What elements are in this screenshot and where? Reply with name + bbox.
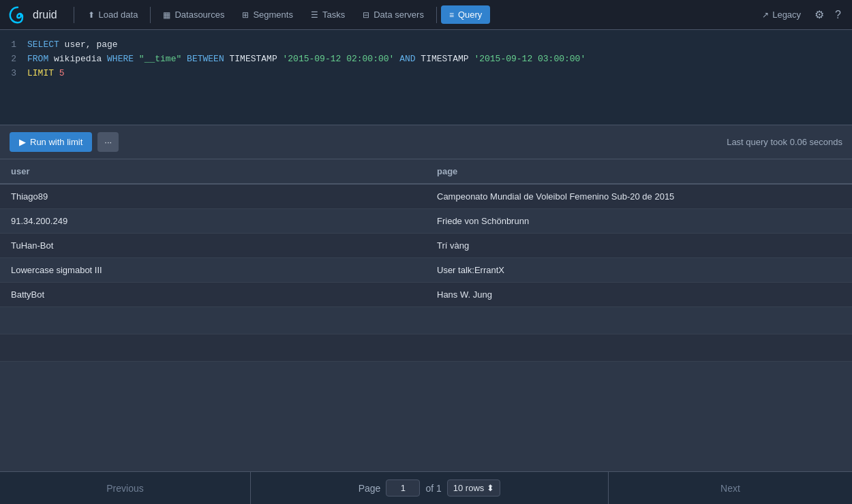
- chevron-down-icon: ⬍: [487, 483, 494, 493]
- rows-label: 10 rows: [453, 483, 485, 493]
- code-content: FROM wikipedia WHERE "__time" BETWEEN TI…: [27, 52, 585, 67]
- code-line: 1SELECT user, page: [0, 38, 852, 52]
- legacy-label: Legacy: [772, 10, 801, 20]
- code-token: 5: [54, 68, 65, 78]
- code-token: '2015-09-12 03:00:00': [474, 54, 585, 64]
- code-token: "__time": [134, 54, 187, 64]
- brand: druid: [8, 5, 57, 25]
- play-icon: ▶: [19, 137, 26, 147]
- run-with-limit-button[interactable]: ▶ Run with limit: [10, 132, 92, 152]
- segments-icon: ⊞: [242, 10, 249, 20]
- pagination: Previous Page of 1 10 rows ⬍ Next: [0, 471, 852, 504]
- upload-icon: ⬆: [88, 10, 95, 20]
- code-token: FROM: [27, 54, 48, 64]
- external-link-icon: ↗: [762, 10, 769, 20]
- code-token: wikipedia: [48, 54, 107, 64]
- nav-sep-1: [150, 7, 151, 23]
- code-editor[interactable]: 1SELECT user, page2FROM wikipedia WHERE …: [0, 30, 852, 125]
- main-content: 1SELECT user, page2FROM wikipedia WHERE …: [0, 30, 852, 504]
- sidebar-item-tasks[interactable]: ☰ Tasks: [303, 5, 353, 24]
- table-row: 91.34.200.249Friede von Schönbrunn: [0, 209, 852, 234]
- page-input[interactable]: [386, 479, 420, 497]
- table-body: Thiago89Campeonato Mundial de Voleibol F…: [0, 184, 852, 362]
- code-token: WHERE: [107, 54, 134, 64]
- nav-sep-2: [436, 7, 437, 23]
- cell-user: TuHan-Bot: [0, 234, 426, 258]
- code-token: BETWEEN: [187, 54, 224, 64]
- previous-button: Previous: [0, 472, 251, 504]
- tasks-icon: ☰: [311, 10, 318, 20]
- cell-page: Campeonato Mundial de Voleibol Femenino …: [426, 184, 852, 209]
- rows-select[interactable]: 10 rows ⬍: [447, 479, 501, 497]
- nav-items: ⬆ Load data ▦ Datasources ⊞ Segments ☰ T…: [80, 5, 757, 24]
- sidebar-item-segments[interactable]: ⊞ Segments: [234, 5, 301, 24]
- results-table: user page Thiago89Campeonato Mundial de …: [0, 159, 852, 471]
- table-row: Lowercase sigmabot IIIUser talk:ErrantX: [0, 258, 852, 283]
- sidebar-item-load-data[interactable]: ⬆ Load data: [80, 5, 147, 24]
- nav-label-segments: Segments: [253, 10, 293, 20]
- code-content: LIMIT 5: [27, 67, 65, 81]
- query-toolbar: ▶ Run with limit ··· Last query took 0.0…: [0, 125, 852, 159]
- table-row: BattyBotHans W. Jung: [0, 283, 852, 307]
- sidebar-item-datasources[interactable]: ▦ Datasources: [155, 5, 232, 24]
- nav-label-tasks: Tasks: [322, 10, 345, 20]
- code-token: TIMESTAMP: [416, 54, 474, 64]
- nav-label-data-servers: Data servers: [374, 10, 424, 20]
- page-of: of 1: [425, 483, 441, 494]
- run-button-label: Run with limit: [30, 137, 82, 147]
- nav-label-datasources: Datasources: [174, 10, 224, 20]
- empty-row: [0, 307, 852, 334]
- code-token: AND: [394, 54, 415, 64]
- help-icon[interactable]: ?: [832, 6, 844, 24]
- line-number: 2: [0, 52, 27, 67]
- code-token: TIMESTAMP: [224, 54, 283, 64]
- nav-label-load-data: Load data: [99, 10, 138, 20]
- cell-user: BattyBot: [0, 283, 426, 307]
- data-servers-icon: ⊟: [363, 10, 369, 20]
- timing-label: Last query took 0.06 seconds: [727, 137, 842, 147]
- more-icon: ···: [104, 137, 112, 147]
- more-options-button[interactable]: ···: [97, 132, 119, 152]
- query-icon: ≡: [449, 10, 454, 20]
- sidebar-item-query[interactable]: ≡ Query: [441, 5, 490, 24]
- code-token: '2015-09-12 02:00:00': [283, 54, 395, 64]
- code-line: 2FROM wikipedia WHERE "__time" BETWEEN T…: [0, 52, 852, 67]
- cell-user: Lowercase sigmabot III: [0, 258, 426, 283]
- next-label: Next: [720, 483, 740, 494]
- results-area: user page Thiago89Campeonato Mundial de …: [0, 159, 852, 471]
- legacy-button[interactable]: ↗ Legacy: [757, 7, 806, 22]
- previous-label: Previous: [106, 483, 143, 494]
- code-token: user, page: [59, 40, 118, 50]
- pagination-center: Page of 1 10 rows ⬍: [251, 479, 608, 497]
- navbar: druid ⬆ Load data ▦ Datasources ⊞ Segmen…: [0, 0, 852, 30]
- brand-name: druid: [33, 9, 57, 21]
- code-token: LIMIT: [27, 68, 54, 78]
- page-label: Page: [359, 483, 381, 494]
- empty-row: [0, 334, 852, 362]
- code-line: 3LIMIT 5: [0, 67, 852, 81]
- column-header-user: user: [0, 159, 426, 184]
- cell-page: Friede von Schönbrunn: [426, 209, 852, 234]
- settings-icon[interactable]: ⚙: [812, 5, 827, 24]
- cell-page: Hans W. Jung: [426, 283, 852, 307]
- column-header-page: page: [426, 159, 852, 184]
- code-token: SELECT: [27, 40, 59, 50]
- cell-page: User talk:ErrantX: [426, 258, 852, 283]
- nav-right: ↗ Legacy ⚙ ?: [757, 5, 844, 24]
- datasources-icon: ▦: [163, 10, 170, 20]
- line-number: 1: [0, 38, 27, 52]
- toolbar-left: ▶ Run with limit ···: [10, 132, 119, 152]
- data-table: user page Thiago89Campeonato Mundial de …: [0, 159, 852, 362]
- line-number: 3: [0, 67, 27, 81]
- cell-page: Trí vàng: [426, 234, 852, 258]
- table-row: Thiago89Campeonato Mundial de Voleibol F…: [0, 184, 852, 209]
- cell-user: 91.34.200.249: [0, 209, 426, 234]
- nav-label-query: Query: [458, 10, 482, 20]
- table-row: TuHan-BotTrí vàng: [0, 234, 852, 258]
- cell-user: Thiago89: [0, 184, 426, 209]
- nav-divider: [74, 7, 74, 23]
- next-button: Next: [608, 472, 852, 504]
- query-timing: Last query took 0.06 seconds: [727, 137, 842, 147]
- table-header: user page: [0, 159, 852, 184]
- sidebar-item-data-servers[interactable]: ⊟ Data servers: [354, 5, 432, 24]
